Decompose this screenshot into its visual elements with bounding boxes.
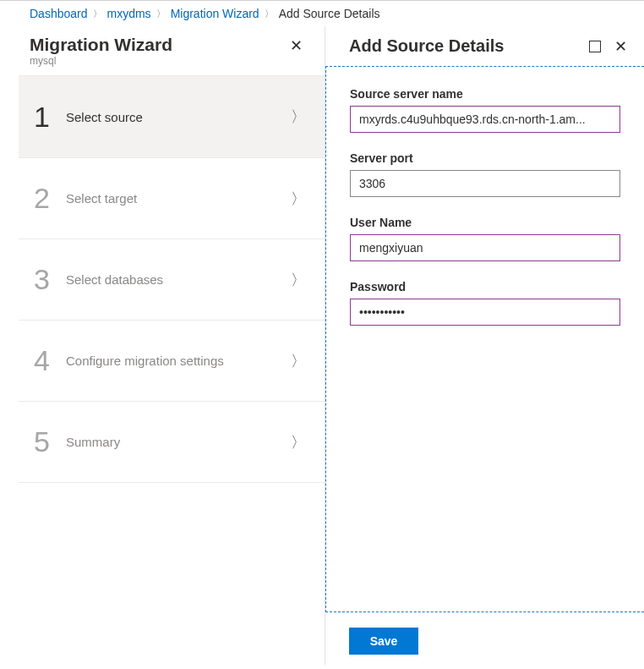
panel-body: Source server name Server port User Name… <box>325 66 644 665</box>
chevron-right-icon: 〉 <box>291 432 306 452</box>
user-name-label: User Name <box>350 216 620 229</box>
step-configure-migration-settings[interactable]: 4 Configure migration settings 〉 <box>19 320 325 401</box>
panel-header-icons: ✕ <box>588 40 627 53</box>
step-label: Select source <box>66 110 291 124</box>
close-wizard-button[interactable]: ✕ <box>287 35 306 57</box>
panel-content: Source server name Server port User Name… <box>325 66 644 612</box>
step-label: Select databases <box>66 272 291 287</box>
save-button[interactable]: Save <box>349 628 418 655</box>
step-select-source[interactable]: 1 Select source 〉 <box>19 76 325 157</box>
password-input[interactable] <box>350 299 620 326</box>
panel-footer: Save <box>325 612 644 665</box>
breadcrumb-item-current: Add Source Details <box>279 7 380 20</box>
wizard-title: Migration Wizard <box>30 35 172 55</box>
breadcrumb-sep-icon: 〉 <box>93 8 102 20</box>
server-port-input[interactable] <box>350 170 620 197</box>
panel-title: Add Source Details <box>349 36 504 56</box>
step-number: 4 <box>34 344 66 377</box>
breadcrumb-item-dashboard[interactable]: Dashboard <box>30 7 88 20</box>
step-label: Summary <box>66 435 291 449</box>
breadcrumb-sep-icon: 〉 <box>265 8 274 20</box>
details-panel: Add Source Details ✕ Source server name … <box>325 26 644 665</box>
step-select-target[interactable]: 2 Select target 〉 <box>19 157 325 239</box>
field-source-server-name: Source server name <box>350 87 620 133</box>
step-number: 2 <box>34 182 66 215</box>
wizard-subtitle: mysql <box>30 55 172 67</box>
restore-window-button[interactable] <box>588 40 602 53</box>
field-password: Password <box>350 280 620 326</box>
server-port-label: Server port <box>350 151 620 165</box>
step-summary[interactable]: 5 Summary 〉 <box>19 401 325 482</box>
field-user-name: User Name <box>350 216 620 261</box>
chevron-right-icon: 〉 <box>291 270 306 290</box>
password-label: Password <box>350 280 620 293</box>
source-server-name-label: Source server name <box>350 87 620 101</box>
wizard-header: Migration Wizard mysql ✕ <box>0 26 325 75</box>
panel-header: Add Source Details ✕ <box>325 26 644 66</box>
user-name-input[interactable] <box>350 234 620 261</box>
breadcrumb-item-mxydms[interactable]: mxydms <box>107 7 151 20</box>
breadcrumb-item-migration-wizard[interactable]: Migration Wizard <box>171 7 259 20</box>
breadcrumb: Dashboard 〉 mxydms 〉 Migration Wizard 〉 … <box>0 1 644 26</box>
chevron-right-icon: 〉 <box>291 189 306 209</box>
chevron-right-icon: 〉 <box>291 351 306 371</box>
wizard-steps-wrapper: 1 Select source 〉 2 Select target 〉 3 Se… <box>0 75 325 483</box>
step-label: Select target <box>66 191 291 206</box>
main-area: Migration Wizard mysql ✕ 1 Select source… <box>0 26 644 665</box>
step-label: Configure migration settings <box>66 354 291 368</box>
close-panel-button[interactable]: ✕ <box>614 40 627 53</box>
source-server-name-input[interactable] <box>350 106 620 133</box>
maximize-icon <box>589 41 601 52</box>
chevron-right-icon: 〉 <box>291 107 306 127</box>
step-number: 3 <box>34 263 66 296</box>
wizard-sidebar: Migration Wizard mysql ✕ 1 Select source… <box>0 26 325 665</box>
field-server-port: Server port <box>350 151 620 197</box>
close-icon: ✕ <box>614 39 627 54</box>
step-select-databases[interactable]: 3 Select databases 〉 <box>19 239 325 320</box>
step-number: 1 <box>34 101 66 134</box>
wizard-title-block: Migration Wizard mysql <box>30 35 172 67</box>
breadcrumb-sep-icon: 〉 <box>156 8 166 20</box>
close-icon: ✕ <box>290 37 303 54</box>
wizard-steps: 1 Select source 〉 2 Select target 〉 3 Se… <box>19 75 325 483</box>
step-number: 5 <box>34 425 66 458</box>
